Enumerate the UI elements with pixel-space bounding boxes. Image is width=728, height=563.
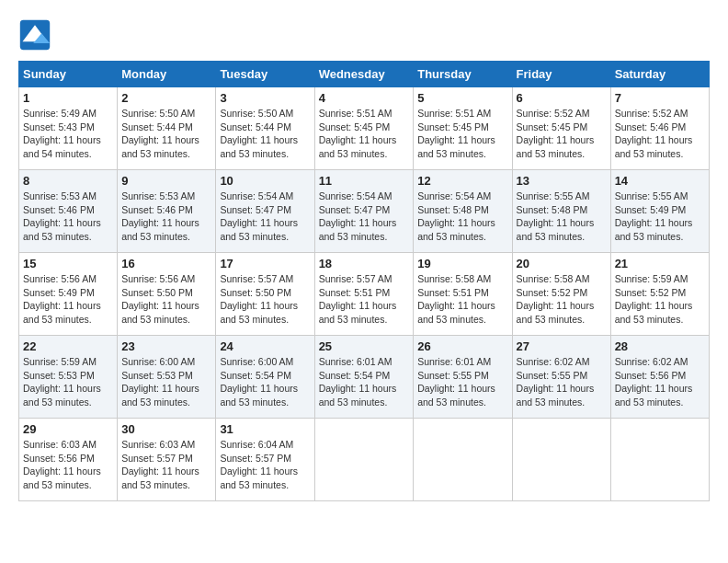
calendar-cell: 11 Sunrise: 5:54 AM Sunset: 5:47 PM Dayl… bbox=[314, 170, 414, 253]
day-number: 3 bbox=[220, 91, 310, 105]
day-info: Sunrise: 5:51 AM Sunset: 5:45 PM Dayligh… bbox=[417, 107, 507, 161]
day-number: 2 bbox=[121, 91, 211, 105]
day-number: 1 bbox=[23, 91, 113, 105]
header-saturday: Saturday bbox=[610, 62, 709, 87]
day-number: 4 bbox=[319, 91, 410, 105]
day-number: 23 bbox=[121, 339, 211, 353]
day-info: Sunrise: 5:54 AM Sunset: 5:47 PM Dayligh… bbox=[319, 190, 410, 244]
day-info: Sunrise: 5:57 AM Sunset: 5:51 PM Dayligh… bbox=[319, 272, 410, 327]
day-number: 28 bbox=[615, 339, 705, 353]
header-friday: Friday bbox=[512, 62, 610, 87]
day-number: 30 bbox=[121, 422, 211, 436]
day-info: Sunrise: 5:59 AM Sunset: 5:52 PM Dayligh… bbox=[615, 272, 705, 327]
day-info: Sunrise: 5:59 AM Sunset: 5:53 PM Dayligh… bbox=[23, 355, 113, 409]
calendar-cell: 1 Sunrise: 5:49 AM Sunset: 5:43 PM Dayli… bbox=[19, 87, 118, 170]
calendar-cell: 13 Sunrise: 5:55 AM Sunset: 5:48 PM Dayl… bbox=[512, 170, 610, 253]
header-monday: Monday bbox=[118, 62, 216, 87]
day-info: Sunrise: 5:53 AM Sunset: 5:46 PM Dayligh… bbox=[23, 190, 113, 244]
day-info: Sunrise: 6:00 AM Sunset: 5:53 PM Dayligh… bbox=[121, 355, 211, 409]
calendar-cell: 20 Sunrise: 5:58 AM Sunset: 5:52 PM Dayl… bbox=[512, 253, 610, 336]
day-number: 14 bbox=[615, 174, 705, 188]
day-info: Sunrise: 5:56 AM Sunset: 5:49 PM Dayligh… bbox=[23, 272, 113, 327]
day-info: Sunrise: 5:54 AM Sunset: 5:47 PM Dayligh… bbox=[220, 190, 310, 244]
calendar-cell: 8 Sunrise: 5:53 AM Sunset: 5:46 PM Dayli… bbox=[19, 170, 118, 253]
day-number: 8 bbox=[23, 174, 113, 188]
day-info: Sunrise: 5:55 AM Sunset: 5:48 PM Dayligh… bbox=[517, 190, 607, 244]
day-number: 21 bbox=[615, 257, 705, 270]
day-number: 24 bbox=[220, 339, 310, 353]
day-number: 13 bbox=[517, 174, 607, 188]
calendar-week-row: 1 Sunrise: 5:49 AM Sunset: 5:43 PM Dayli… bbox=[19, 87, 710, 170]
calendar-cell: 19 Sunrise: 5:58 AM Sunset: 5:51 PM Dayl… bbox=[414, 253, 512, 336]
calendar-cell: 23 Sunrise: 6:00 AM Sunset: 5:53 PM Dayl… bbox=[118, 336, 216, 419]
day-info: Sunrise: 5:56 AM Sunset: 5:50 PM Dayligh… bbox=[121, 272, 211, 327]
header-wednesday: Wednesday bbox=[314, 62, 414, 87]
calendar-week-row: 8 Sunrise: 5:53 AM Sunset: 5:46 PM Dayli… bbox=[19, 170, 710, 253]
calendar-cell bbox=[314, 419, 414, 501]
day-number: 20 bbox=[517, 257, 607, 270]
calendar-cell: 16 Sunrise: 5:56 AM Sunset: 5:50 PM Dayl… bbox=[118, 253, 216, 336]
calendar-cell: 22 Sunrise: 5:59 AM Sunset: 5:53 PM Dayl… bbox=[19, 336, 118, 419]
calendar-header-row: SundayMondayTuesdayWednesdayThursdayFrid… bbox=[19, 62, 710, 87]
calendar-week-row: 29 Sunrise: 6:03 AM Sunset: 5:56 PM Dayl… bbox=[19, 419, 710, 501]
day-info: Sunrise: 6:03 AM Sunset: 5:57 PM Dayligh… bbox=[121, 438, 211, 492]
day-info: Sunrise: 5:50 AM Sunset: 5:44 PM Dayligh… bbox=[121, 107, 211, 161]
calendar-week-row: 22 Sunrise: 5:59 AM Sunset: 5:53 PM Dayl… bbox=[19, 336, 710, 419]
calendar-cell: 18 Sunrise: 5:57 AM Sunset: 5:51 PM Dayl… bbox=[314, 253, 414, 336]
day-info: Sunrise: 5:53 AM Sunset: 5:46 PM Dayligh… bbox=[121, 190, 211, 244]
day-info: Sunrise: 5:55 AM Sunset: 5:49 PM Dayligh… bbox=[615, 190, 705, 244]
day-number: 16 bbox=[121, 257, 211, 270]
day-number: 26 bbox=[417, 339, 507, 353]
day-number: 9 bbox=[121, 174, 211, 188]
calendar-cell: 2 Sunrise: 5:50 AM Sunset: 5:44 PM Dayli… bbox=[118, 87, 216, 170]
calendar-cell: 28 Sunrise: 6:02 AM Sunset: 5:56 PM Dayl… bbox=[610, 336, 709, 419]
day-number: 11 bbox=[319, 174, 410, 188]
day-info: Sunrise: 5:50 AM Sunset: 5:44 PM Dayligh… bbox=[220, 107, 310, 161]
calendar-cell: 30 Sunrise: 6:03 AM Sunset: 5:57 PM Dayl… bbox=[118, 419, 216, 501]
day-number: 10 bbox=[220, 174, 310, 188]
day-info: Sunrise: 6:00 AM Sunset: 5:54 PM Dayligh… bbox=[220, 355, 310, 409]
calendar-cell: 10 Sunrise: 5:54 AM Sunset: 5:47 PM Dayl… bbox=[216, 170, 314, 253]
day-number: 25 bbox=[319, 339, 410, 353]
calendar-cell: 25 Sunrise: 6:01 AM Sunset: 5:54 PM Dayl… bbox=[314, 336, 414, 419]
day-number: 5 bbox=[417, 91, 507, 105]
calendar-cell: 14 Sunrise: 5:55 AM Sunset: 5:49 PM Dayl… bbox=[610, 170, 709, 253]
header-sunday: Sunday bbox=[19, 62, 118, 87]
day-info: Sunrise: 6:01 AM Sunset: 5:55 PM Dayligh… bbox=[417, 355, 507, 409]
day-number: 17 bbox=[220, 257, 310, 270]
day-number: 27 bbox=[517, 339, 607, 353]
day-info: Sunrise: 5:57 AM Sunset: 5:50 PM Dayligh… bbox=[220, 272, 310, 327]
day-info: Sunrise: 6:01 AM Sunset: 5:54 PM Dayligh… bbox=[319, 355, 410, 409]
calendar-cell bbox=[414, 419, 512, 501]
calendar-cell: 12 Sunrise: 5:54 AM Sunset: 5:48 PM Dayl… bbox=[414, 170, 512, 253]
day-info: Sunrise: 6:02 AM Sunset: 5:56 PM Dayligh… bbox=[615, 355, 705, 409]
calendar-cell: 24 Sunrise: 6:00 AM Sunset: 5:54 PM Dayl… bbox=[216, 336, 314, 419]
day-number: 15 bbox=[23, 257, 113, 270]
calendar-table: SundayMondayTuesdayWednesdayThursdayFrid… bbox=[18, 61, 710, 501]
calendar-week-row: 15 Sunrise: 5:56 AM Sunset: 5:49 PM Dayl… bbox=[19, 253, 710, 336]
day-number: 19 bbox=[417, 257, 507, 270]
day-number: 18 bbox=[319, 257, 410, 270]
logo-icon bbox=[18, 18, 51, 52]
calendar-cell: 9 Sunrise: 5:53 AM Sunset: 5:46 PM Dayli… bbox=[118, 170, 216, 253]
calendar-cell bbox=[512, 419, 610, 501]
calendar-cell: 21 Sunrise: 5:59 AM Sunset: 5:52 PM Dayl… bbox=[610, 253, 709, 336]
day-info: Sunrise: 5:52 AM Sunset: 5:46 PM Dayligh… bbox=[615, 107, 705, 161]
day-info: Sunrise: 6:02 AM Sunset: 5:55 PM Dayligh… bbox=[517, 355, 607, 409]
day-number: 7 bbox=[615, 91, 705, 105]
day-info: Sunrise: 5:58 AM Sunset: 5:52 PM Dayligh… bbox=[517, 272, 607, 327]
calendar-cell: 29 Sunrise: 6:03 AM Sunset: 5:56 PM Dayl… bbox=[19, 419, 118, 501]
day-info: Sunrise: 5:52 AM Sunset: 5:45 PM Dayligh… bbox=[517, 107, 607, 161]
day-number: 6 bbox=[517, 91, 607, 105]
calendar-cell: 31 Sunrise: 6:04 AM Sunset: 5:57 PM Dayl… bbox=[216, 419, 314, 501]
day-info: Sunrise: 5:58 AM Sunset: 5:51 PM Dayligh… bbox=[417, 272, 507, 327]
logo bbox=[18, 18, 55, 52]
calendar-cell: 5 Sunrise: 5:51 AM Sunset: 5:45 PM Dayli… bbox=[414, 87, 512, 170]
day-info: Sunrise: 6:03 AM Sunset: 5:56 PM Dayligh… bbox=[23, 438, 113, 492]
calendar-cell: 7 Sunrise: 5:52 AM Sunset: 5:46 PM Dayli… bbox=[610, 87, 709, 170]
day-number: 22 bbox=[23, 339, 113, 353]
day-number: 29 bbox=[23, 422, 113, 436]
day-info: Sunrise: 5:54 AM Sunset: 5:48 PM Dayligh… bbox=[417, 190, 507, 244]
calendar-cell: 4 Sunrise: 5:51 AM Sunset: 5:45 PM Dayli… bbox=[314, 87, 414, 170]
day-info: Sunrise: 5:51 AM Sunset: 5:45 PM Dayligh… bbox=[319, 107, 410, 161]
